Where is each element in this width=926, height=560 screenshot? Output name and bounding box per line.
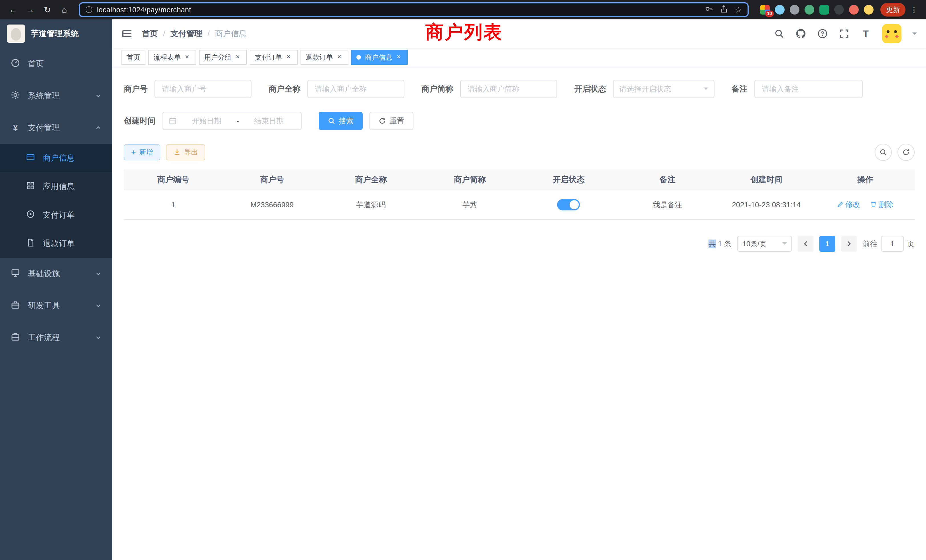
forward-icon[interactable]: →	[23, 2, 38, 17]
help-icon[interactable]: ?	[817, 28, 828, 39]
tab-user-group[interactable]: 用户分组×	[199, 50, 247, 65]
extension-icon[interactable]: 10	[760, 5, 770, 15]
sidebar-toggle-icon[interactable]	[121, 28, 133, 39]
sidebar-item-label: 首页	[28, 59, 44, 69]
goto-page-input[interactable]	[881, 236, 904, 252]
app-title: 芋道管理系统	[31, 28, 79, 39]
sidebar-item-label: 商户信息	[43, 153, 75, 163]
reset-button[interactable]: 重置	[369, 112, 413, 130]
merchant-name-input[interactable]	[307, 80, 404, 98]
cell-remark: 我是备注	[618, 190, 717, 219]
sidebar-item-infra[interactable]: 基础设施	[0, 258, 112, 290]
browser-update-button[interactable]: 更新	[881, 3, 905, 17]
extension-icon[interactable]	[805, 5, 814, 15]
add-button[interactable]: + 新增	[124, 144, 160, 160]
tab-pay-order[interactable]: 支付订单×	[250, 50, 298, 65]
tab-home[interactable]: 首页	[121, 50, 145, 65]
refresh-table-button[interactable]	[897, 144, 915, 161]
close-icon[interactable]: ×	[395, 53, 402, 61]
col-full-name: 商户全称	[322, 170, 421, 190]
tab-merchant-info[interactable]: 商户信息×	[351, 50, 408, 65]
filter-merchant-name: 商户全称	[269, 80, 404, 98]
create-time-range-picker[interactable]: 开始日期 - 结束日期	[162, 112, 302, 130]
extension-icon[interactable]	[790, 5, 799, 15]
plus-icon: +	[131, 148, 136, 156]
next-page-button[interactable]	[841, 236, 857, 252]
table-row: 1 M233666999 芋道源码 芋艿 我是备注 2021-10-23 08:…	[124, 190, 915, 219]
chevron-up-icon	[95, 125, 101, 131]
tab-process-form[interactable]: 流程表单×	[148, 50, 196, 65]
github-icon[interactable]	[796, 28, 806, 39]
back-icon[interactable]: ←	[6, 2, 21, 17]
breadcrumb-home[interactable]: 首页	[142, 28, 158, 39]
filter-merchant-short-name: 商户简称	[421, 80, 557, 98]
extension-icon[interactable]	[849, 5, 859, 15]
cell-full-name: 芋道源码	[322, 190, 421, 219]
col-merchant-id: 商户编号	[124, 170, 222, 190]
close-icon[interactable]: ×	[183, 53, 191, 61]
search-icon	[879, 148, 887, 156]
export-button[interactable]: 导出	[166, 144, 205, 160]
merchant-short-name-input[interactable]	[460, 80, 557, 98]
sidebar-item-system[interactable]: 系统管理	[0, 80, 112, 112]
avatar-caret-icon[interactable]	[912, 32, 917, 37]
sidebar-item-label: 基础设施	[28, 268, 60, 279]
sidebar-item-home[interactable]: 首页	[0, 48, 112, 80]
toggle-search-button[interactable]	[875, 144, 892, 161]
search-icon[interactable]	[774, 28, 785, 39]
page-size-select[interactable]: 10条/页	[737, 236, 792, 252]
profile-avatar-icon[interactable]	[864, 5, 873, 15]
search-button[interactable]: 搜索	[319, 112, 363, 130]
sidebar-item-devtools[interactable]: 研发工具	[0, 290, 112, 322]
prev-page-button[interactable]	[798, 236, 814, 252]
edit-pencil-icon	[837, 201, 844, 208]
tab-refund-order[interactable]: 退款订单×	[301, 50, 348, 65]
filter-label: 开启状态	[574, 83, 606, 94]
delete-link[interactable]: 删除	[870, 200, 894, 210]
chevron-down-icon	[782, 242, 787, 247]
extension-icon[interactable]	[819, 5, 829, 15]
cell-create-time: 2021-10-23 08:31:14	[717, 190, 816, 219]
close-icon[interactable]: ×	[335, 53, 343, 61]
page-number-1[interactable]: 1	[819, 236, 835, 252]
home-icon[interactable]: ⌂	[57, 2, 72, 17]
extension-icon[interactable]	[834, 5, 844, 15]
chevron-down-icon	[704, 88, 708, 92]
site-info-icon[interactable]: ⓘ	[86, 5, 92, 14]
share-icon[interactable]	[720, 5, 728, 15]
extension-icon[interactable]	[775, 5, 785, 15]
cell-merchant-no: M233666999	[222, 190, 322, 219]
fullscreen-icon[interactable]	[839, 28, 850, 39]
bookmark-star-icon[interactable]: ☆	[735, 5, 742, 15]
sidebar-item-app-info[interactable]: 应用信息	[0, 172, 112, 201]
status-toggle[interactable]	[557, 199, 580, 210]
status-select[interactable]: 请选择开启状态	[613, 80, 714, 98]
gear-icon	[11, 90, 20, 101]
close-icon[interactable]: ×	[284, 53, 292, 61]
sidebar-item-merchant-info[interactable]: 商户信息	[0, 144, 112, 172]
logo-image	[7, 24, 25, 43]
sidebar-item-pay-order[interactable]: 支付订单	[0, 201, 112, 229]
sidebar-item-payment[interactable]: ¥ 支付管理	[0, 112, 112, 144]
url-bar[interactable]: ⓘ localhost:1024/pay/merchant ☆	[79, 2, 749, 17]
close-icon[interactable]: ×	[234, 53, 242, 61]
merchant-no-input[interactable]	[154, 80, 251, 98]
user-avatar[interactable]	[882, 24, 902, 43]
breadcrumb-separator: /	[207, 29, 210, 38]
font-size-icon[interactable]: T	[861, 28, 871, 39]
password-key-icon[interactable]	[705, 5, 713, 15]
target-icon	[26, 210, 35, 220]
edit-link[interactable]: 修改	[837, 200, 860, 210]
sidebar-item-refund-order[interactable]: 退款订单	[0, 229, 112, 258]
filter-label: 商户简称	[421, 83, 453, 94]
browser-menu-icon[interactable]: ⋮	[908, 5, 920, 15]
sidebar-item-workflow[interactable]: 工作流程	[0, 322, 112, 354]
sidebar-item-label: 应用信息	[43, 181, 75, 192]
filter-status: 开启状态 请选择开启状态	[574, 80, 714, 98]
sidebar-logo[interactable]: 芋道管理系统	[0, 20, 112, 48]
sidebar-item-label: 支付订单	[43, 210, 75, 220]
col-short-name: 商户简称	[420, 170, 519, 190]
remark-input[interactable]	[754, 80, 863, 98]
breadcrumb-payment[interactable]: 支付管理	[171, 28, 203, 39]
reload-icon[interactable]: ↻	[40, 2, 55, 17]
